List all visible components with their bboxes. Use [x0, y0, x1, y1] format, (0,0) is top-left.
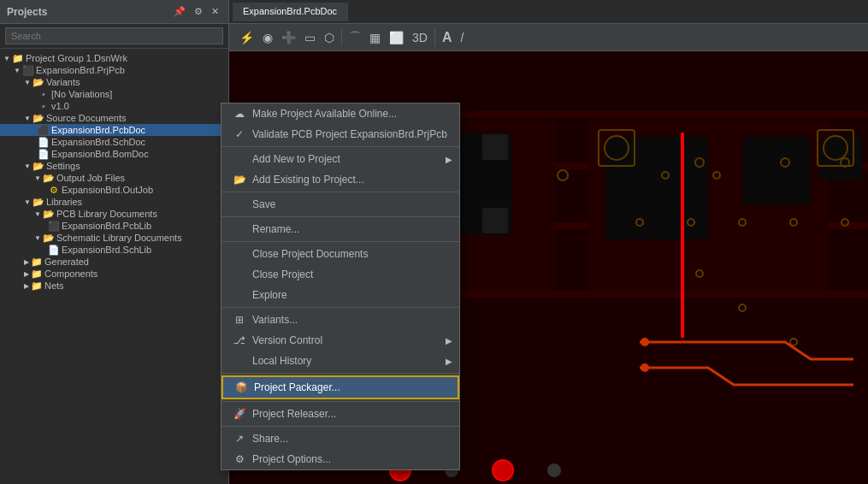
menu-sep4	[221, 241, 459, 242]
menu-close-project-label: Close Project	[252, 269, 313, 280]
add-existing-icon: 📂	[232, 174, 247, 186]
menu-project-options-label: Project Options...	[252, 453, 331, 465]
menu-sep7	[221, 401, 459, 402]
save-icon	[232, 198, 247, 210]
menu-validate[interactable]: ✓ Validate PCB Project ExpansionBrd.PrjP…	[221, 124, 459, 145]
menu-variants-label: Variants...	[252, 314, 298, 326]
menu-add-new-label: Add New to Project	[252, 153, 340, 165]
menu-project-packager[interactable]: 📦 Project Packager...	[221, 375, 459, 399]
context-menu-overlay: ☁ Make Project Available Online... ✓ Val…	[0, 0, 868, 484]
menu-project-releaser[interactable]: 🚀 Project Releaser...	[221, 404, 459, 424]
menu-version-control[interactable]: ⎇ Version Control ▶	[221, 330, 459, 351]
menu-save[interactable]: Save	[221, 194, 459, 215]
menu-add-existing-label: Add Existing to Project...	[252, 174, 364, 186]
packager-icon: 📦	[233, 381, 249, 393]
menu-close-project[interactable]: Close Project	[221, 264, 459, 285]
menu-project-releaser-label: Project Releaser...	[252, 408, 336, 420]
options-icon: ⚙	[232, 453, 247, 465]
menu-sep2	[221, 192, 459, 192]
releaser-icon: 🚀	[232, 408, 247, 420]
menu-sep8	[221, 426, 459, 427]
version-arrow-icon: ▶	[446, 336, 452, 345]
menu-explore[interactable]: Explore	[221, 285, 459, 305]
close-docs-icon	[232, 248, 247, 260]
local-history-icon	[232, 355, 247, 367]
menu-share-label: Share...	[252, 433, 288, 445]
menu-explore-label: Explore	[252, 289, 287, 301]
menu-rename[interactable]: Rename...	[221, 219, 459, 239]
menu-make-available[interactable]: ☁ Make Project Available Online...	[221, 103, 459, 124]
menu-sep5	[221, 307, 459, 308]
menu-variants[interactable]: ⊞ Variants...	[221, 310, 459, 330]
add-new-icon	[232, 153, 247, 165]
context-menu: ☁ Make Project Available Online... ✓ Val…	[221, 103, 460, 470]
menu-local-history-label: Local History	[252, 355, 311, 367]
menu-project-options[interactable]: ⚙ Project Options...	[221, 449, 459, 469]
menu-close-docs[interactable]: Close Project Documents	[221, 244, 459, 264]
validate-icon: ✓	[232, 128, 247, 140]
variants-icon: ⊞	[232, 314, 247, 326]
menu-version-control-label: Version Control	[252, 334, 322, 346]
menu-make-available-label: Make Project Available Online...	[252, 108, 397, 120]
menu-share[interactable]: ↗ Share...	[221, 428, 459, 449]
menu-rename-label: Rename...	[252, 223, 299, 235]
menu-close-docs-label: Close Project Documents	[252, 248, 368, 260]
history-arrow-icon: ▶	[446, 357, 452, 366]
menu-add-new[interactable]: Add New to Project ▶	[221, 149, 459, 169]
menu-sep3	[221, 216, 459, 217]
close-project-icon	[232, 269, 247, 280]
explore-icon	[232, 289, 247, 301]
cloud-icon: ☁	[232, 108, 247, 120]
menu-add-existing[interactable]: 📂 Add Existing to Project...	[221, 169, 459, 190]
rename-icon	[232, 223, 247, 235]
menu-save-label: Save	[252, 198, 275, 210]
menu-validate-label: Validate PCB Project ExpansionBrd.PrjPcb	[252, 128, 447, 140]
version-control-icon: ⎇	[232, 334, 247, 346]
menu-sep6	[221, 373, 459, 374]
menu-local-history[interactable]: Local History ▶	[221, 351, 459, 371]
menu-project-packager-label: Project Packager...	[254, 381, 340, 393]
share-icon: ↗	[232, 433, 247, 445]
arrow-icon: ▶	[446, 155, 452, 164]
menu-sep1	[221, 146, 459, 147]
